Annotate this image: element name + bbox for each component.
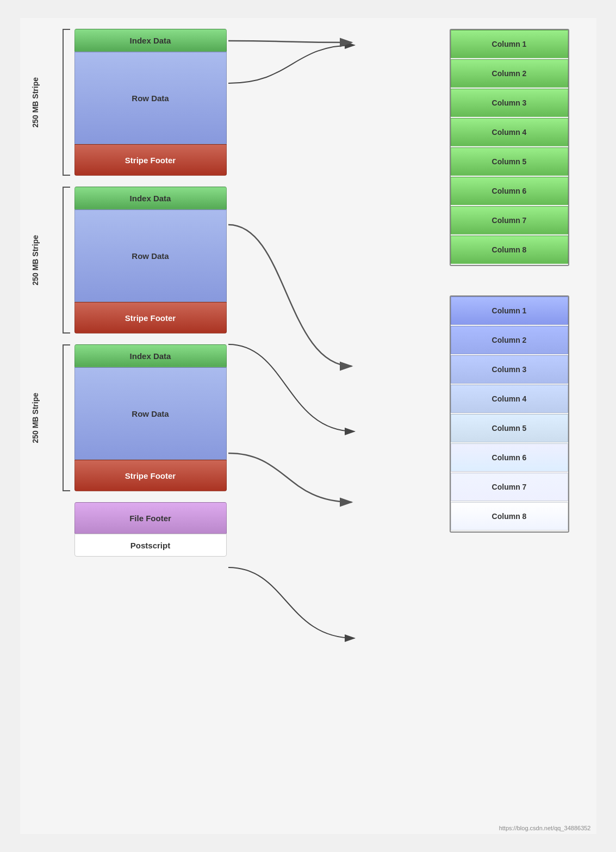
stripe-bracket-1 bbox=[63, 29, 70, 176]
green-col-1: Column 1 bbox=[451, 30, 568, 58]
stripe-label-text-2: 250 MB Stripe bbox=[31, 235, 40, 286]
stripe-3-index: Index Data bbox=[74, 344, 227, 367]
stripe-label-1: 250 MB Stripe bbox=[31, 29, 40, 176]
stripe-group-3: 250 MB Stripe Index Data Row Data Stripe… bbox=[74, 344, 227, 491]
green-columns-group: Column 1 Column 2 Column 3 Column 4 Colu… bbox=[450, 29, 569, 266]
stripe-label-text-1: 250 MB Stripe bbox=[31, 77, 40, 128]
stripe-label-3: 250 MB Stripe bbox=[31, 344, 40, 491]
green-col-6: Column 6 bbox=[451, 177, 568, 205]
green-col-2: Column 2 bbox=[451, 59, 568, 88]
green-col-3: Column 3 bbox=[451, 89, 568, 117]
blue-col-7: Column 7 bbox=[451, 473, 568, 501]
green-col-4: Column 4 bbox=[451, 118, 568, 146]
stripe-1-index: Index Data bbox=[74, 29, 227, 52]
stripe-label-2: 250 MB Stripe bbox=[31, 187, 40, 334]
blue-col-1: Column 1 bbox=[451, 297, 568, 325]
file-footer-group: File Footer Postscript bbox=[74, 502, 227, 557]
stripe-3-row-data: Row Data bbox=[74, 367, 227, 460]
file-footer-block: File Footer bbox=[74, 502, 227, 534]
blue-col-3: Column 3 bbox=[451, 355, 568, 384]
blue-col-5: Column 5 bbox=[451, 414, 568, 442]
blue-col-2: Column 2 bbox=[451, 326, 568, 354]
stripe-2-footer: Stripe Footer bbox=[74, 302, 227, 334]
stripe-group-2: 250 MB Stripe Index Data Row Data Stripe… bbox=[74, 187, 227, 334]
stripe-bracket-2 bbox=[63, 187, 70, 334]
stripe-2-index: Index Data bbox=[74, 187, 227, 209]
green-col-7: Column 7 bbox=[451, 206, 568, 234]
stripe-1-footer: Stripe Footer bbox=[74, 144, 227, 176]
stripe-1-row-data: Row Data bbox=[74, 52, 227, 144]
green-col-5: Column 5 bbox=[451, 147, 568, 176]
stripe-bracket-3 bbox=[63, 344, 70, 491]
stripe-label-text-3: 250 MB Stripe bbox=[31, 393, 40, 443]
postscript-block: Postscript bbox=[74, 534, 227, 557]
diagram-container: 250 MB Stripe Index Data Row Data Stripe… bbox=[20, 18, 596, 834]
stripe-3-footer: Stripe Footer bbox=[74, 460, 227, 491]
green-col-8: Column 8 bbox=[451, 236, 568, 264]
stripe-group-1: 250 MB Stripe Index Data Row Data Stripe… bbox=[74, 29, 227, 176]
stripe-2-row-data: Row Data bbox=[74, 209, 227, 302]
blue-col-6: Column 6 bbox=[451, 443, 568, 472]
blue-col-4: Column 4 bbox=[451, 385, 568, 413]
blue-columns-group: Column 1 Column 2 Column 3 Column 4 Colu… bbox=[450, 295, 569, 533]
watermark: https://blog.csdn.net/qq_34886352 bbox=[499, 825, 591, 831]
blue-col-8: Column 8 bbox=[451, 502, 568, 530]
